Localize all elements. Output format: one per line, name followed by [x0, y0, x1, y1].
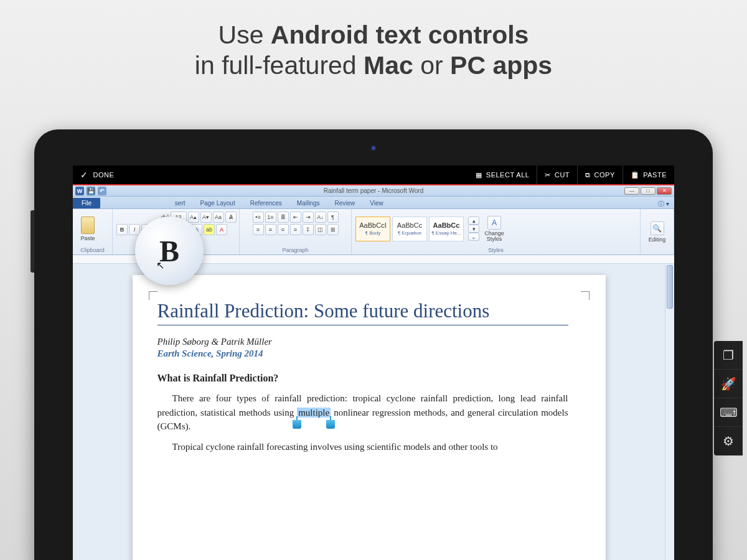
- group-editing: 🔍 Editing: [641, 209, 674, 254]
- change-styles-button[interactable]: A Change Styles: [481, 216, 507, 242]
- window-controls: — □ ✕: [624, 187, 674, 195]
- italic-button[interactable]: I: [129, 224, 140, 235]
- increase-indent-button[interactable]: ⇥: [303, 212, 314, 223]
- windows-overlay-button[interactable]: ❐: [714, 341, 743, 370]
- borders-button[interactable]: ⊞: [327, 224, 339, 235]
- cut-label: CUT: [555, 171, 570, 179]
- styles-gallery-expand[interactable]: ▴ ▾ ⌄: [468, 217, 479, 241]
- text-selection[interactable]: multiple: [297, 408, 331, 418]
- copy-button[interactable]: ⧉ COPY: [578, 166, 623, 184]
- line-spacing-button[interactable]: ‡: [303, 224, 314, 235]
- headline-part: in full-featured: [195, 51, 364, 80]
- editing-dropdown[interactable]: 🔍 Editing: [644, 222, 670, 243]
- tablet-device-frame: ❐ 🚀 ⌨ ⚙ DONE ▦ SELECT ALL ✂ CUT ⧉: [34, 129, 713, 560]
- remote-tool-strip: ❐ 🚀 ⌨ ⚙: [714, 341, 743, 455]
- headline-part-bold: PC apps: [450, 51, 552, 80]
- done-button[interactable]: DONE: [93, 171, 115, 179]
- scrollbar-thumb[interactable]: [667, 265, 673, 309]
- keyboard-icon[interactable]: ⌨: [714, 398, 743, 427]
- clipboard-icon: 📋: [631, 171, 640, 179]
- decrease-indent-button[interactable]: ⇤: [290, 212, 301, 223]
- change-styles-label: Change Styles: [481, 231, 507, 242]
- paste-button[interactable]: 📋 PASTE: [623, 166, 674, 184]
- select-all-label: SELECT ALL: [486, 171, 530, 179]
- minimize-button[interactable]: —: [624, 187, 639, 195]
- sort-button[interactable]: A↓: [315, 212, 326, 223]
- copy-icon: ⧉: [585, 171, 591, 179]
- settings-gear-icon[interactable]: ⚙: [714, 427, 743, 455]
- android-action-bar: DONE ▦ SELECT ALL ✂ CUT ⧉ COPY 📋 PASTE: [73, 166, 674, 184]
- tablet-screen: DONE ▦ SELECT ALL ✂ CUT ⧉ COPY 📋 PASTE: [73, 166, 674, 560]
- paste-label: Paste: [80, 235, 95, 241]
- style-label: ¶ Body: [365, 230, 381, 236]
- tab-mailings[interactable]: Mailings: [289, 198, 327, 208]
- word-window: B ↖ W 💾 ↶ Rainfall term paper - Microsof…: [73, 185, 674, 560]
- undo-icon[interactable]: ↶: [98, 187, 106, 195]
- multilevel-button[interactable]: ≣: [278, 212, 289, 223]
- word-app-icon: W: [75, 187, 84, 195]
- align-left-button[interactable]: ≡: [253, 224, 264, 235]
- group-styles: AaBbCcI ¶ Body AaBbCc ¶ Equation AaBbCc …: [352, 209, 641, 254]
- style-label: ¶ Essay He...: [431, 230, 461, 236]
- change-case-button[interactable]: Aa: [213, 212, 224, 223]
- align-right-button[interactable]: ≡: [278, 224, 289, 235]
- find-icon: 🔍: [651, 222, 664, 235]
- tab-view[interactable]: View: [362, 198, 391, 208]
- done-check-icon[interactable]: [80, 170, 88, 180]
- shading-button[interactable]: ◫: [315, 224, 326, 235]
- justify-button[interactable]: ≡: [290, 224, 301, 235]
- promo-headline: Use Android text controls in full-featur…: [0, 0, 747, 81]
- margin-mark-icon: [149, 291, 157, 300]
- style-preview: AaBbCc: [433, 222, 460, 229]
- style-preview: AaBbCc: [397, 222, 422, 229]
- help-icon[interactable]: ⓘ ▾: [658, 200, 674, 208]
- tab-review[interactable]: Review: [327, 198, 363, 208]
- align-center-button[interactable]: ≡: [265, 224, 276, 235]
- selection-handle-start-icon[interactable]: [291, 416, 303, 429]
- paste-label: PASTE: [643, 171, 667, 179]
- headline-part: Use: [218, 21, 271, 49]
- font-color-button[interactable]: A: [216, 224, 227, 235]
- document-area: Rainfall Prediction: Some future directi…: [73, 264, 674, 560]
- selection-handle-end-icon[interactable]: [325, 416, 336, 429]
- grid-icon: ▦: [476, 171, 482, 179]
- grow-font-button[interactable]: A▴: [188, 212, 199, 223]
- show-marks-button[interactable]: ¶: [327, 212, 339, 223]
- scissors-icon: ✂: [545, 171, 551, 179]
- close-button[interactable]: ✕: [657, 187, 672, 195]
- tab-insert[interactable]: Insertsert: [152, 198, 193, 208]
- clear-format-button[interactable]: A̷: [225, 212, 237, 223]
- style-preview: AaBbCcI: [359, 222, 386, 229]
- style-equation[interactable]: AaBbCc ¶ Equation: [392, 217, 427, 241]
- highlight-button[interactable]: ab: [204, 224, 215, 235]
- save-icon[interactable]: 💾: [87, 187, 95, 195]
- group-label-styles: Styles: [355, 246, 636, 253]
- rocket-icon[interactable]: 🚀: [714, 370, 743, 398]
- group-label-clipboard: Clipboard: [77, 246, 108, 253]
- cut-button[interactable]: ✂ CUT: [537, 166, 578, 184]
- margin-mark-icon: [581, 291, 590, 300]
- doc-authors: Philip Søborg & Patrik Müller: [157, 337, 568, 347]
- quick-access-toolbar: W 💾 ↶: [73, 187, 106, 195]
- tab-file[interactable]: File: [73, 198, 100, 208]
- document-page[interactable]: Rainfall Prediction: Some future directi…: [133, 275, 606, 560]
- window-titlebar: W 💾 ↶ Rainfall term paper - Microsoft Wo…: [73, 185, 674, 197]
- bullets-button[interactable]: •≡: [253, 212, 264, 223]
- style-body[interactable]: AaBbCcI ¶ Body: [355, 217, 390, 241]
- style-essay-heading[interactable]: AaBbCc ¶ Essay He...: [429, 217, 464, 241]
- paste-big-button[interactable]: Paste: [77, 212, 99, 246]
- tab-page-layout[interactable]: Page Layout: [193, 198, 243, 208]
- maximize-button[interactable]: □: [641, 187, 655, 195]
- headline-part: or: [413, 51, 450, 80]
- window-title: Rainfall term paper - Microsoft Word: [324, 187, 423, 194]
- numbering-button[interactable]: 1≡: [265, 212, 276, 223]
- bold-button[interactable]: B: [116, 224, 128, 235]
- select-all-button[interactable]: ▦ SELECT ALL: [468, 166, 537, 184]
- tab-references[interactable]: References: [243, 198, 289, 208]
- pointer-cursor-icon: ↖: [156, 259, 164, 271]
- volume-button: [31, 210, 34, 273]
- shrink-font-button[interactable]: A▾: [200, 212, 212, 223]
- editing-label: Editing: [649, 236, 666, 243]
- headline-part-bold: Mac: [364, 51, 413, 80]
- vertical-scrollbar[interactable]: [665, 264, 674, 560]
